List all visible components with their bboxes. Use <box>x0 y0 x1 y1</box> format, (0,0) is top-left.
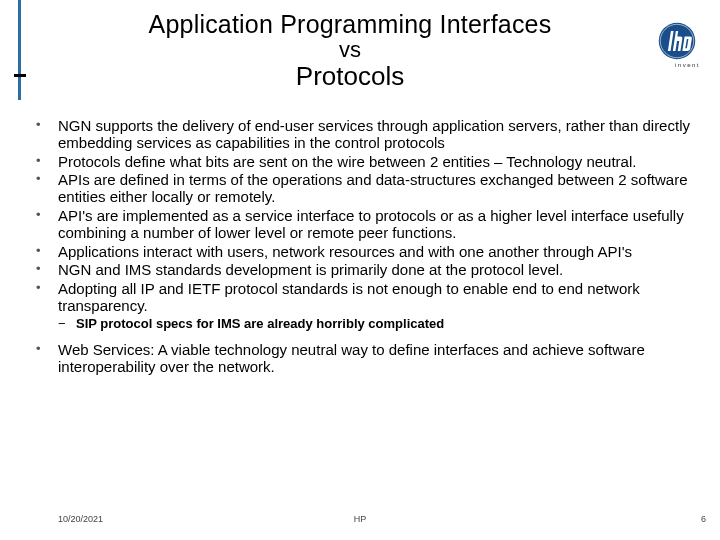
sub-bullet-list: SIP protocol specs for IMS are already h… <box>30 317 702 332</box>
bullet-list-tail: Web Services: A viable technology neutra… <box>30 342 702 376</box>
logo-caption: invent <box>675 62 700 68</box>
sub-bullet-item: SIP protocol specs for IMS are already h… <box>30 317 702 332</box>
slide-body: NGN supports the delivery of end-user se… <box>30 118 702 377</box>
bullet-item: NGN supports the delivery of end-user se… <box>30 118 702 152</box>
accent-bar <box>18 0 21 100</box>
bullet-list: NGN supports the delivery of end-user se… <box>30 118 702 315</box>
footer-center: HP <box>354 514 367 524</box>
bullet-item: NGN and IMS standards development is pri… <box>30 262 702 279</box>
slide: Application Programming Interfaces vs Pr… <box>0 0 720 540</box>
bullet-item: Web Services: A viable technology neutra… <box>30 342 702 376</box>
bullet-item: API's are implemented as a service inter… <box>30 208 702 242</box>
title-line-3: Protocols <box>70 61 630 92</box>
hp-logo-icon <box>658 22 696 60</box>
footer-date: 10/20/2021 <box>58 514 103 524</box>
title-line-1: Application Programming Interfaces <box>70 10 630 39</box>
bullet-item: APIs are defined in terms of the operati… <box>30 172 702 206</box>
title-line-2: vs <box>70 37 630 63</box>
bullet-item: Protocols define what bits are sent on t… <box>30 154 702 171</box>
bullet-item: Adopting all IP and IETF protocol standa… <box>30 281 702 315</box>
accent-tick <box>14 74 26 77</box>
footer-page-number: 6 <box>701 514 706 524</box>
bullet-item: Applications interact with users, networ… <box>30 244 702 261</box>
slide-footer: 10/20/2021 HP 6 <box>0 514 720 530</box>
slide-title: Application Programming Interfaces vs Pr… <box>70 10 630 92</box>
